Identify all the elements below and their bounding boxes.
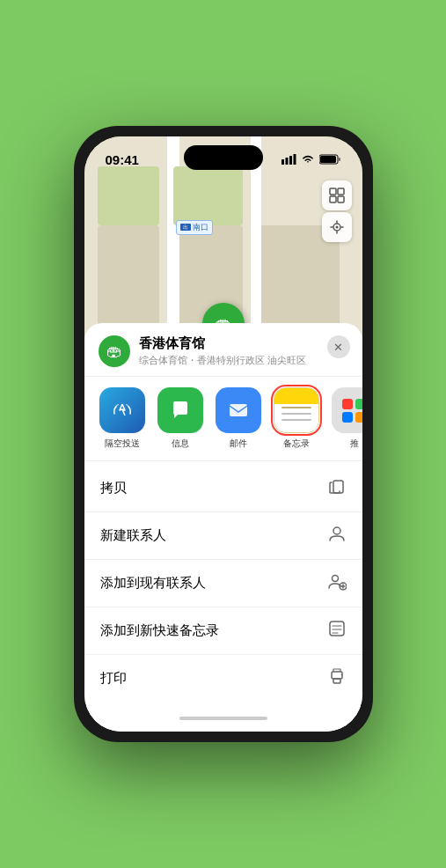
share-row: 隔空投送 信息 [84,377,362,461]
svg-rect-25 [333,679,340,683]
svg-rect-8 [338,188,344,195]
location-info: 香港体育馆 综合体育馆・香港特别行政区 油尖旺区 [139,335,348,367]
action-list: 拷贝 新建联系人 [84,461,362,705]
phone-screen: 09:41 [84,136,362,732]
location-card-icon: 🏟 [99,335,130,367]
note-icon [327,619,347,643]
svg-rect-6 [339,158,340,161]
svg-rect-24 [332,672,342,679]
new-contact-label: 新建联系人 [100,527,166,544]
print-label: 打印 [100,670,127,687]
status-icons [281,154,341,165]
bottom-sheet: 🏟 香港体育馆 综合体育馆・香港特别行政区 油尖旺区 ✕ [84,323,362,732]
share-item-messages[interactable]: 信息 [155,387,206,450]
copy-icon [327,476,347,500]
svg-rect-2 [289,156,292,165]
action-print[interactable]: 打印 [84,655,362,702]
dynamic-island [184,145,263,170]
close-button[interactable]: ✕ [327,335,350,358]
action-new-contact[interactable]: 新建联系人 [84,512,362,560]
action-copy[interactable]: 拷贝 [84,465,362,512]
add-contact-label: 添加到现有联系人 [100,575,206,592]
svg-point-16 [332,576,338,582]
messages-label: 信息 [172,438,189,450]
svg-rect-9 [330,196,336,202]
mail-icon [216,387,261,433]
mail-label: 邮件 [230,438,247,450]
share-item-airdrop[interactable]: 隔空投送 [97,387,148,450]
wifi-icon [301,154,315,165]
status-time: 09:41 [106,152,139,167]
home-indicator [84,705,362,732]
notes-label: 备忘录 [283,438,310,450]
action-add-contact[interactable]: 添加到现有联系人 [84,560,362,607]
phone-frame: 09:41 [74,126,373,742]
person-icon [327,524,347,548]
svg-rect-3 [293,154,296,165]
battery-icon [319,154,341,165]
quick-note-label: 添加到新快速备忘录 [100,622,219,639]
print-icon [327,666,347,690]
svg-rect-14 [333,481,343,493]
copy-label: 拷贝 [100,480,127,497]
signal-icon [281,154,296,165]
map-entrance-label: 出 南口 [176,220,213,235]
home-bar [179,717,267,720]
more-label: 推 [350,438,359,450]
action-quick-note[interactable]: 添加到新快速备忘录 [84,607,362,655]
location-description: 综合体育馆・香港特别行政区 油尖旺区 [139,354,348,367]
svg-point-15 [333,527,340,534]
map-view-toggle[interactable] [322,180,352,210]
svg-rect-7 [330,188,336,195]
airdrop-label: 隔空投送 [105,438,140,450]
map-controls [322,180,352,242]
svg-rect-1 [285,158,288,165]
share-item-mail[interactable]: 邮件 [213,387,264,450]
map-label-icon: 出 [180,224,191,231]
svg-point-12 [335,226,338,229]
svg-rect-0 [281,159,284,165]
location-button[interactable] [322,212,352,242]
svg-point-26 [340,674,342,676]
person-add-icon [327,571,347,595]
location-card: 🏟 香港体育馆 综合体育馆・香港特别行政区 油尖旺区 ✕ [84,323,362,377]
location-name: 香港体育馆 [139,335,348,352]
share-item-more[interactable]: 推 [329,387,362,450]
notes-icon [274,387,319,433]
svg-rect-5 [320,156,336,163]
messages-icon [157,387,203,433]
map-block [98,225,159,333]
svg-rect-13 [230,404,247,416]
airdrop-icon [99,387,145,433]
svg-rect-10 [338,196,344,202]
more-icon [332,387,362,433]
share-item-notes[interactable]: 备忘录 [271,387,322,450]
